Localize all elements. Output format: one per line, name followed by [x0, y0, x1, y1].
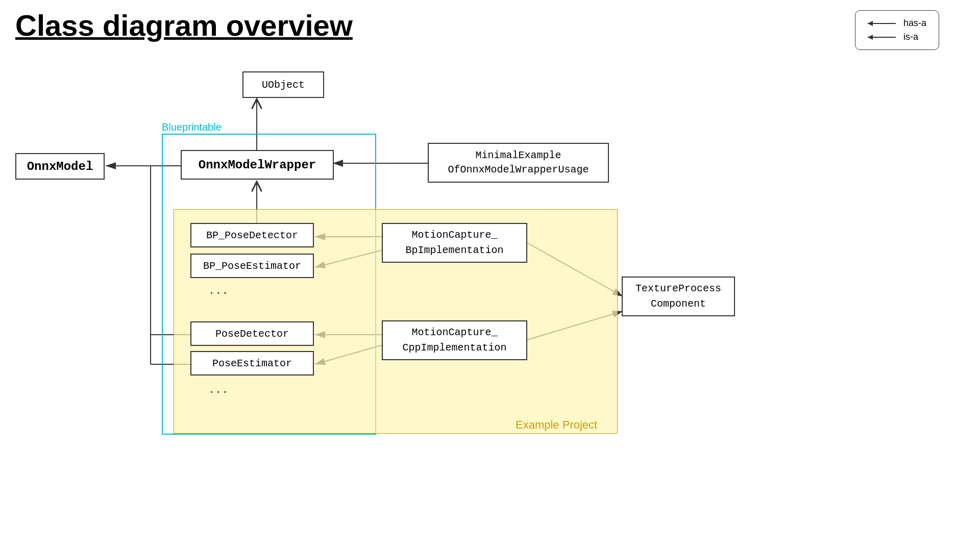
is-a-arrow-icon: [868, 34, 898, 40]
legend: has-a is-a: [855, 10, 939, 50]
legend-has-a: has-a: [868, 18, 926, 29]
is-a-label: is-a: [903, 32, 918, 42]
texture-process-box: TextureProcessComponent: [622, 277, 735, 316]
has-a-label: has-a: [903, 18, 926, 29]
minimal-example-box: MinimalExampleOfOnnxModelWrapperUsage: [428, 143, 609, 183]
legend-is-a: is-a: [868, 32, 926, 42]
motion-capture-bp-box: MotionCapture_BpImplementation: [382, 223, 527, 263]
blueprintable-label: Blueprintable: [162, 121, 222, 133]
pose-estimator-box: PoseEstimator: [190, 351, 314, 375]
cpp-dots: ...: [208, 384, 229, 396]
bp-pose-estimator-box: BP_PoseEstimator: [190, 254, 314, 278]
has-a-arrow-icon: [868, 20, 898, 27]
bp-pose-detector-box: BP_PoseDetector: [190, 223, 314, 247]
motion-capture-cpp-box: MotionCapture_CppImplementation: [382, 320, 527, 360]
pose-detector-box: PoseDetector: [190, 321, 314, 346]
onnx-model-box: OnnxModel: [15, 153, 105, 180]
example-project-label: Example Project: [516, 418, 597, 432]
uobject-box: UObject: [242, 71, 324, 98]
page-title: Class diagram overview: [15, 8, 353, 42]
bp-dots: ...: [208, 285, 229, 297]
